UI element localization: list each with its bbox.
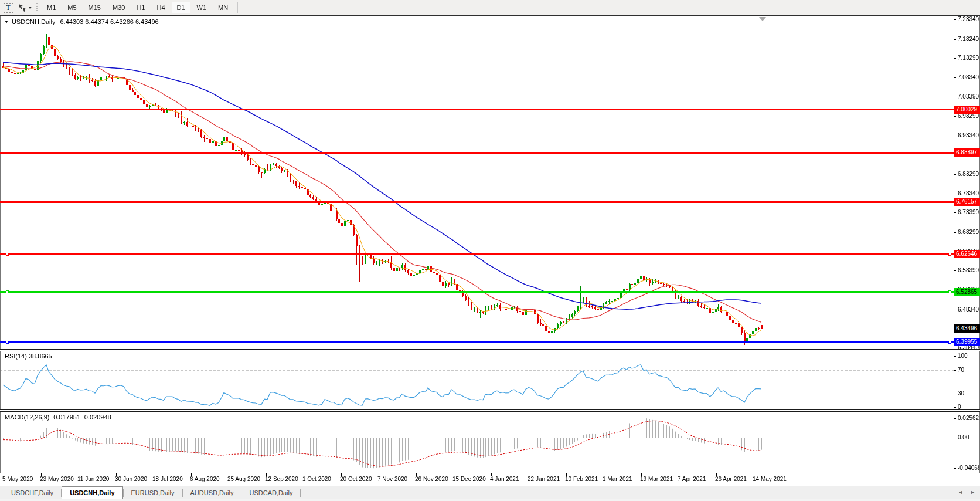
date-axis-label: 12 Sep 2020 <box>265 476 298 482</box>
date-axis-label: 19 Mar 2021 <box>640 476 673 482</box>
chart-title: ▼ USDCNH,Daily 6.44303 6.44374 6.43266 6… <box>4 18 159 25</box>
rsi-macd-panel-separator[interactable] <box>0 409 980 412</box>
horizontal-level-line-6.88897[interactable] <box>0 152 954 154</box>
macd-indicator-values: -0.017951 -0.020948 <box>51 414 111 421</box>
mt4-application: T ▾ M1M5M15M30H1H4D1W1MN ▼ USDCNH,Daily … <box>0 0 980 501</box>
price-axis-tick: 6.73390 <box>954 209 979 216</box>
chevron-down-icon: ▾ <box>29 5 31 11</box>
date-axis-label: 7 Apr 2021 <box>678 476 706 482</box>
date-axis-label: 7 Nov 2020 <box>377 476 407 482</box>
timeframe-button-m1[interactable]: M1 <box>42 2 61 13</box>
toolbar-grip[interactable] <box>35 3 39 13</box>
tab-separator <box>300 489 301 497</box>
chart-tab-audusd[interactable]: AUDUSD,Daily <box>183 488 241 499</box>
date-axis-label: 25 Aug 2020 <box>227 476 260 482</box>
horizontal-level-line-6.76157[interactable] <box>0 201 954 203</box>
price-level-flag: 6.88897 <box>954 148 980 157</box>
line-selection-handle[interactable] <box>6 290 9 293</box>
rsi-indicator-name: RSI(14) <box>5 353 27 360</box>
status-bar <box>0 499 980 501</box>
horizontal-level-line-6.52865[interactable] <box>0 291 954 293</box>
arrows-tool-icon <box>18 3 27 12</box>
macd-axis-tick: 0.00 <box>954 434 969 441</box>
line-selection-handle[interactable] <box>6 341 9 344</box>
price-level-flag: 6.39955 <box>954 338 980 346</box>
tab-scroll-buttons: ◄ ► <box>958 489 975 495</box>
timeframe-button-m5[interactable]: M5 <box>62 2 81 13</box>
tab-scroll-right-icon[interactable]: ► <box>970 489 975 495</box>
date-axis-label: 23 May 2020 <box>40 476 74 482</box>
chart-tab-usdcnh[interactable]: USDCNH,Daily <box>62 486 122 499</box>
date-axis-label: 10 Feb 2021 <box>565 476 598 482</box>
price-scale-divider <box>954 16 954 473</box>
chart-window-left-border <box>0 16 1 473</box>
rsi-axis-tick: 100 <box>954 353 968 360</box>
macd-panel-bottom-border <box>0 473 980 473</box>
price-axis-tick: 6.58390 <box>954 267 979 274</box>
line-selection-handle[interactable] <box>948 341 951 344</box>
current-price-flag: 6.43496 <box>954 324 980 333</box>
price-axis-tick: 6.68290 <box>954 229 979 236</box>
date-axis-label: 18 Jul 2020 <box>152 476 183 482</box>
price-axis-tick: 6.48340 <box>954 306 979 313</box>
macd-axis-tick: 0.025623 <box>954 415 980 422</box>
chart-window-top-border <box>0 15 980 16</box>
date-axis-label: 22 Jan 2021 <box>528 476 560 482</box>
macd-indicator-name: MACD(12,26,9) <box>5 414 49 421</box>
timeframe-button-m15[interactable]: M15 <box>83 2 106 13</box>
timeframe-button-w1[interactable]: W1 <box>192 2 212 13</box>
date-axis-label: 11 Jun 2020 <box>77 476 109 482</box>
chart-tabs: USDCHF,DailyUSDCNH,DailyEURUSD,DailyAUDU… <box>0 486 301 499</box>
date-axis-label: 30 Jun 2020 <box>115 476 147 482</box>
price-level-flag: 6.52865 <box>954 288 980 296</box>
top-toolbar: T ▾ M1M5M15M30H1H4D1W1MN <box>0 0 980 15</box>
line-selection-handle[interactable] <box>6 253 9 256</box>
price-axis-tick: 7.13290 <box>954 55 979 62</box>
date-axis-label: 4 Jan 2021 <box>490 476 519 482</box>
price-level-flag: 6.62646 <box>954 250 980 258</box>
price-level-flag: 6.76157 <box>954 198 980 206</box>
price-axis-tick: 6.93340 <box>954 132 979 139</box>
line-selection-handle[interactable] <box>948 290 951 293</box>
price-axis-tick: 7.23340 <box>954 16 979 23</box>
price-level-flag: 7.00029 <box>954 106 980 114</box>
chart-tab-usdchf[interactable]: USDCHF,Daily <box>4 488 61 499</box>
horizontal-level-line-7.00029[interactable] <box>0 109 954 110</box>
timeframe-button-h1[interactable]: H1 <box>131 2 150 13</box>
date-axis-label: 14 May 2021 <box>753 476 787 482</box>
price-axis-tick: 7.08340 <box>954 74 979 81</box>
timeframe-button-d1[interactable]: D1 <box>172 2 190 13</box>
chart-tab-bar: USDCHF,DailyUSDCNH,DailyEURUSD,DailyAUDU… <box>0 486 980 499</box>
date-axis-label: 26 Nov 2020 <box>415 476 448 482</box>
date-axis-label: 15 Dec 2020 <box>452 476 486 482</box>
chart-tab-eurusd[interactable]: EURUSD,Daily <box>124 488 182 499</box>
tab-scroll-left-icon[interactable]: ◄ <box>958 489 963 495</box>
timeframe-button-h4[interactable]: H4 <box>151 2 170 13</box>
timeframe-button-mn[interactable]: MN <box>213 2 233 13</box>
rsi-axis-tick: 70 <box>954 367 964 374</box>
chart-dropdown-icon[interactable]: ▼ <box>4 19 9 25</box>
date-axis-label: 1 Oct 2020 <box>302 476 331 482</box>
date-axis-label: 1 Mar 2021 <box>603 476 632 482</box>
line-selection-handle[interactable] <box>948 253 951 256</box>
text-tool-button[interactable]: T <box>1 1 16 14</box>
main-rsi-panel-separator[interactable] <box>0 349 980 351</box>
rsi-indicator-value: 38.8665 <box>29 353 52 360</box>
chart-tab-usdcad[interactable]: USDCAD,Daily <box>241 488 300 499</box>
chart-plot-canvas[interactable] <box>0 0 980 501</box>
timeframe-button-m30[interactable]: M30 <box>107 2 130 13</box>
rsi-axis-tick: 30 <box>954 390 964 397</box>
rsi-panel-label: RSI(14) 38.8665 <box>5 353 52 360</box>
chart-ohlc-values: 6.44303 6.44374 6.43266 6.43496 <box>60 18 158 25</box>
horizontal-level-line-6.39955[interactable] <box>0 341 954 343</box>
date-axis-label: 5 May 2020 <box>2 476 33 482</box>
chart-shift-marker[interactable] <box>759 17 766 21</box>
arrows-tool-button[interactable]: ▾ <box>17 1 32 14</box>
horizontal-level-line-6.62646[interactable] <box>0 253 954 255</box>
macd-axis-tick: -0.040687 <box>954 465 980 472</box>
chart-symbol-label: USDCNH,Daily <box>12 18 56 25</box>
timeframe-toolbar: M1M5M15M30H1H4D1W1MN <box>41 2 234 13</box>
date-axis-label: 6 Aug 2020 <box>190 476 220 482</box>
price-axis-tick: 7.03390 <box>954 93 979 100</box>
date-axis-label: 20 Oct 2020 <box>340 476 372 482</box>
